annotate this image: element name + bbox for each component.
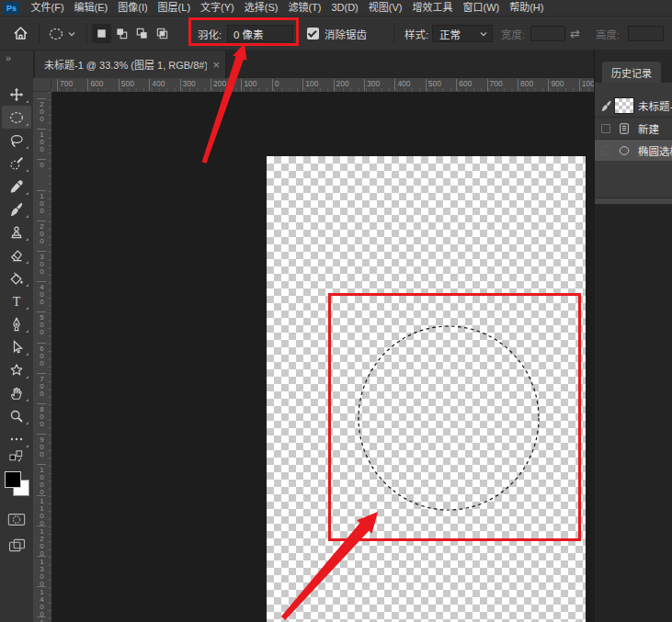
ruler-corner	[33, 78, 51, 92]
home-icon	[13, 26, 28, 41]
checkbox-checked-icon	[307, 28, 319, 40]
width-input[interactable]	[530, 26, 565, 41]
color-swatches[interactable]	[5, 471, 29, 496]
quick-mask-button[interactable]	[0, 508, 33, 530]
horizontal-ruler[interactable]: 7006005004003002001000100200300400500600…	[51, 78, 594, 92]
photoshop-window: Ps 文件(F)编辑(E)图像(I)图层(L)文字(Y)选择(S)滤镜(T)3D…	[0, 0, 672, 622]
photoshop-logo: Ps	[4, 2, 19, 15]
close-tab-icon[interactable]: ×	[212, 59, 220, 71]
document-tab[interactable]: 未标题-1 @ 33.3% (图层 1, RGB/8#) ×	[35, 51, 226, 78]
ellipse-preset-icon	[48, 26, 64, 42]
move-tool[interactable]	[2, 83, 31, 106]
ruler-label: 300	[180, 79, 196, 91]
style-dropdown[interactable]: 正常	[432, 25, 493, 42]
history-item-2[interactable]: 椭圆选框	[595, 139, 672, 161]
clone-stamp-tool[interactable]	[2, 221, 31, 243]
eyedropper-tool[interactable]	[2, 175, 31, 198]
ruler-label: 700	[37, 373, 46, 397]
menu-type[interactable]: 文字(Y)	[196, 0, 240, 16]
ruler-label: 100	[37, 190, 46, 214]
tool-list: T	[0, 83, 33, 450]
hand-tool[interactable]	[2, 381, 31, 404]
feather-input[interactable]: 0 像素	[227, 25, 293, 42]
separator	[393, 23, 394, 44]
tab-history[interactable]: 历史记录	[602, 62, 661, 83]
home-button[interactable]	[13, 17, 28, 51]
quick-selection-tool[interactable]	[2, 152, 31, 175]
path-selection-tool[interactable]	[2, 335, 31, 358]
swap-colors-icon[interactable]	[0, 447, 33, 464]
ruler-label: 400	[394, 79, 410, 91]
history-item-label: 未标题-1	[638, 98, 672, 113]
separator	[86, 23, 87, 44]
canvas[interactable]	[267, 156, 586, 622]
feather-label: 羽化:	[198, 17, 222, 51]
new-selection-button[interactable]	[92, 24, 111, 43]
history-item-0[interactable]: 未标题-1	[595, 95, 672, 117]
intersect-selection-button[interactable]	[153, 24, 172, 43]
elliptical-marquee-tool[interactable]	[2, 106, 31, 129]
ruler-label: 1500	[37, 616, 46, 622]
toolbar-expand-button[interactable]: »	[0, 51, 33, 78]
panel-tab-bar: 历史记录	[595, 51, 672, 83]
menu-window[interactable]: 窗口(W)	[458, 0, 505, 16]
menu-select[interactable]: 选择(S)	[239, 0, 283, 16]
ruler-label: 800	[37, 403, 46, 427]
custom-shape-tool[interactable]	[2, 358, 31, 381]
ruler-label: 1100	[37, 495, 46, 526]
ruler-label: 1000	[37, 464, 46, 495]
height-label: 高度:	[596, 17, 620, 51]
tool-preset-picker[interactable]	[48, 17, 75, 51]
height-input[interactable]	[628, 26, 664, 41]
history-brush-source-checkbox[interactable]	[598, 124, 613, 133]
ruler-label: 1300	[37, 556, 46, 587]
subtract-selection-button[interactable]	[132, 24, 152, 43]
menu-help[interactable]: 帮助(H)	[505, 0, 549, 16]
foreground-color-swatch[interactable]	[5, 471, 21, 488]
lasso-tool[interactable]	[2, 129, 31, 152]
history-thumbnail	[613, 97, 635, 114]
brush-tool[interactable]	[2, 198, 31, 221]
ruler-label: 900	[37, 434, 46, 458]
antialias-checkbox[interactable]	[307, 17, 319, 51]
menu-image[interactable]: 图像(I)	[113, 0, 153, 16]
toolbar: T	[0, 78, 33, 622]
ruler-label: 200	[37, 221, 46, 244]
eraser-tool[interactable]	[2, 243, 31, 266]
history-brush-source-checkbox[interactable]	[598, 146, 613, 155]
antialias-label: 消除锯齿	[325, 17, 367, 51]
ellipse-icon	[613, 144, 635, 157]
ruler-label: 1400	[37, 586, 46, 617]
menu-plugins[interactable]: 增效工具	[407, 0, 458, 16]
history-item-1[interactable]: 新建	[595, 117, 672, 139]
ruler-label: 300	[364, 79, 380, 91]
ruler-label: 600	[87, 79, 103, 91]
menu-items: 文件(F)编辑(E)图像(I)图层(L)文字(Y)选择(S)滤镜(T)3D(D)…	[26, 0, 549, 16]
menu-file[interactable]: 文件(F)	[26, 0, 69, 16]
menu-filter[interactable]: 滤镜(T)	[283, 0, 326, 16]
menu-bar: Ps 文件(F)编辑(E)图像(I)图层(L)文字(Y)选择(S)滤镜(T)3D…	[0, 0, 672, 17]
ruler-label: 400	[37, 281, 46, 305]
chevron-down-icon	[68, 31, 75, 37]
ruler-label: 200	[211, 79, 226, 91]
menu-layer[interactable]: 图层(L)	[153, 0, 195, 16]
ruler-label: 200	[37, 98, 46, 122]
screen-mode-button[interactable]	[0, 534, 33, 556]
ruler-label: 500	[37, 311, 46, 335]
ruler-label: 200	[334, 79, 349, 91]
tool-extras	[0, 447, 33, 556]
vertical-ruler[interactable]: 2001000100200300400500600700800900100011…	[33, 92, 51, 622]
pen-tool[interactable]	[2, 312, 31, 335]
type-tool[interactable]: T	[2, 289, 31, 312]
add-selection-button[interactable]	[112, 24, 131, 43]
paint-bucket-tool[interactable]	[2, 266, 31, 289]
menu-edit[interactable]: 编辑(E)	[69, 0, 113, 16]
zoom-tool[interactable]	[2, 404, 31, 427]
transparency-thumbnail	[614, 97, 634, 114]
ruler-label: 600	[456, 79, 472, 91]
menu-3d[interactable]: 3D(D)	[326, 0, 363, 16]
menu-view[interactable]: 视图(V)	[363, 0, 407, 16]
width-label: 宽度:	[501, 17, 525, 51]
history-item-label: 椭圆选框	[638, 143, 672, 158]
swap-dimensions-icon[interactable]: ⇄	[570, 17, 580, 51]
